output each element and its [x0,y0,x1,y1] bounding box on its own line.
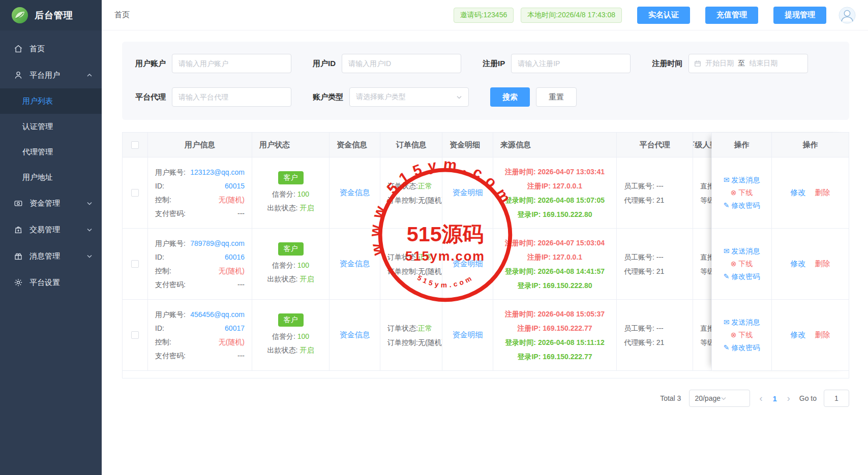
login-ip: 169.150.222.80 [543,281,592,290]
fund-info-link[interactable]: 资金信息 [340,330,370,340]
user-avatar[interactable] [839,7,856,24]
sidebar-item-label: 消息管理 [29,251,60,261]
user-account[interactable]: 456456@qq.com [190,308,245,322]
offline-link[interactable]: ⊗下线 [719,186,764,199]
register-ip: 127.0.0.1 [553,182,582,190]
fund-info-link[interactable]: 资金信息 [340,188,370,198]
breadcrumb[interactable]: 首页 [114,10,130,20]
subordinates-cell: 直推人数: 等级: [693,229,712,299]
gift-icon [13,251,23,261]
offline-icon: ⊗ [731,186,737,199]
realname-verify-button[interactable]: 实名认证 [637,7,690,24]
sidebar-item-label: 交易管理 [29,225,60,235]
withdraw-manage-button[interactable]: 提现管理 [773,7,826,24]
envelope-icon: ✉ [724,245,730,258]
sidebar-nav: 首页 平台用户 用户列表 认证管理 代理管理 [0,30,102,296]
register-ip: 169.150.222.77 [543,324,592,332]
order-control: 无(随机) [418,196,442,204]
recharge-manage-button[interactable]: 充值管理 [705,7,758,24]
page-size-select[interactable]: 20/page [689,390,750,407]
envelope-icon: ✉ [724,316,730,329]
fixed-row: ✉发送消息 ⊗下线 ✎修改密码 修改 删除 [711,157,849,229]
agent-account: 21 [656,338,665,346]
regip-filter-input[interactable] [511,54,631,73]
customer-badge: 客户 [278,171,304,184]
delete-link[interactable]: 删除 [815,330,830,340]
order-control: 无(随机) [418,267,442,275]
sidebar-item-funds-manage[interactable]: 资金管理 [0,190,102,216]
delete-link[interactable]: 删除 [815,188,830,198]
change-password-link[interactable]: ✎修改密码 [719,341,764,354]
sidebar-item-auth-manage[interactable]: 认证管理 [0,114,102,139]
next-page-button[interactable]: › [785,393,792,404]
source-info-cell: 注册时间: 2026-04-07 15:03:04 注册IP: 127.0.0.… [493,229,617,299]
userid-filter-input[interactable] [342,54,461,73]
row-checkbox[interactable] [131,260,139,268]
current-page[interactable]: 1 [771,394,777,403]
account-filter-input[interactable] [172,54,291,73]
goto-page-input[interactable] [824,390,849,407]
account-type-select[interactable]: 请选择账户类型 [349,87,469,107]
delete-link[interactable]: 删除 [815,259,830,269]
sidebar-item-platform-users[interactable]: 平台用户 [0,62,102,88]
offline-link[interactable]: ⊗下线 [719,258,764,270]
fund-detail-link[interactable]: 资金明细 [453,259,483,269]
pay-password: --- [237,349,245,363]
reset-button[interactable]: 重置 [536,87,577,107]
sidebar-item-home[interactable]: 首页 [0,36,102,62]
staff-account: --- [656,324,664,332]
user-account[interactable]: 123123@qq.com [190,166,245,179]
table-body: 用户账号:123123@qq.com ID:60015 控制:无(随机) 支付密… [123,157,712,371]
prev-page-button[interactable]: ‹ [757,393,764,404]
row-checkbox[interactable] [131,331,139,339]
sidebar-item-platform-settings[interactable]: 平台设置 [0,269,102,296]
regtime-range-picker[interactable]: 开始日期 至 结束日期 [689,54,808,73]
agent-filter-label: 平台代理 [135,92,166,102]
send-message-link[interactable]: ✉发送消息 [719,174,764,186]
app-title: 后台管理 [35,9,73,21]
action-cell: 修改 删除 [771,229,849,299]
pay-password: --- [237,278,245,292]
send-message-link[interactable]: ✉发送消息 [719,245,764,258]
search-button[interactable]: 搜索 [490,87,530,107]
user-id: 60015 [225,179,245,193]
sidebar-item-trade-manage[interactable]: 交易管理 [0,216,102,243]
chevron-down-icon [456,94,462,100]
sidebar-item-user-address[interactable]: 用户地址 [0,165,102,190]
edit-link[interactable]: 修改 [791,259,806,269]
agent-filter-input[interactable] [172,87,291,107]
change-password-link[interactable]: ✎修改密码 [719,199,764,212]
sidebar-item-user-list[interactable]: 用户列表 [0,88,102,114]
row-checkbox[interactable] [131,189,139,197]
col-order-info: 订单信息 [380,133,442,157]
send-message-link[interactable]: ✉发送消息 [719,316,764,329]
user-account[interactable]: 789789@qq.com [190,237,245,250]
fund-detail-link[interactable]: 资金明细 [453,330,483,340]
payout-status: 开启 [300,275,314,283]
sidebar-item-agent-manage[interactable]: 代理管理 [0,139,102,165]
staff-account: --- [656,253,664,261]
action-cell: ✉发送消息 ⊗下线 ✎修改密码 [711,157,771,228]
order-control: 无(随机) [418,338,442,346]
table-scroll-area: 用户信息 用户状态 资金信息 订单信息 资金明细 来源信息 平台代理 下级人数 [123,133,712,371]
content: 用户账户 用户ID 注册IP 注册时间 [102,30,868,407]
edit-link[interactable]: 修改 [791,188,806,198]
date-separator: 至 [738,59,745,68]
fund-info-link[interactable]: 资金信息 [340,259,370,269]
account-type-label: 账户类型 [313,92,343,102]
offline-link[interactable]: ⊗下线 [719,329,764,341]
source-info-cell: 注册时间: 2026-04-08 15:05:37 注册IP: 169.150.… [493,300,617,370]
sidebar-item-message-manage[interactable]: 消息管理 [0,243,102,269]
user-info-cell: 用户账号:456456@qq.com ID:60017 控制:无(随机) 支付密… [148,300,252,370]
sidebar-item-label: 平台用户 [29,71,60,80]
select-all-checkbox[interactable] [131,141,139,149]
chevron-down-icon [721,395,744,401]
login-ip: 169.150.222.80 [543,210,592,218]
change-password-link[interactable]: ✎修改密码 [719,270,764,283]
fund-detail-link[interactable]: 资金明细 [453,188,483,198]
table-row: 用户账号:123123@qq.com ID:60015 控制:无(随机) 支付密… [123,157,712,229]
col-subordinates: 下级人数 [693,133,712,157]
edit-link[interactable]: 修改 [791,330,806,340]
fixed-header-row: 操作 操作 [711,133,849,157]
gear-icon [13,277,23,288]
